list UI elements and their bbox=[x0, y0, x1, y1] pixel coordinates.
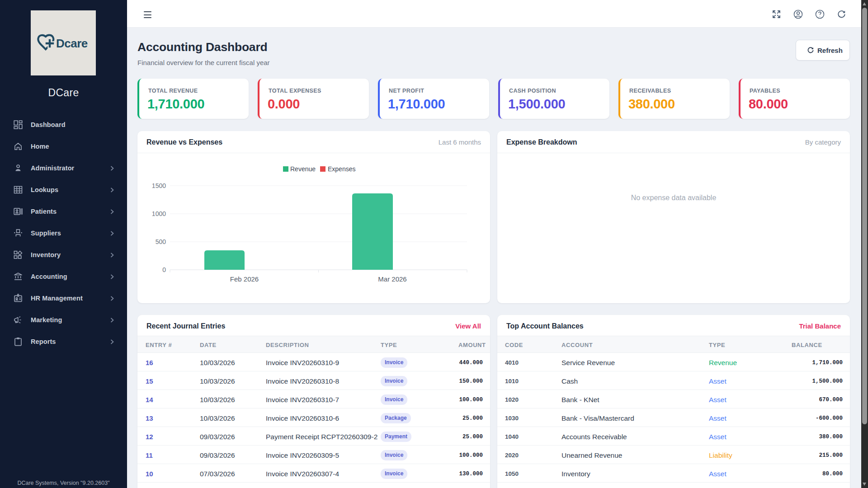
svg-text:Feb 2026: Feb 2026 bbox=[230, 275, 259, 283]
svg-text:1500: 1500 bbox=[152, 182, 166, 189]
svg-text:500: 500 bbox=[156, 238, 166, 245]
svg-text:1000: 1000 bbox=[152, 210, 166, 217]
svg-text:Mar 2026: Mar 2026 bbox=[378, 275, 406, 283]
svg-text:Revenue: Revenue bbox=[290, 165, 316, 173]
svg-text:Expenses: Expenses bbox=[328, 165, 355, 173]
svg-text:0: 0 bbox=[162, 266, 166, 273]
svg-text:Dcare: Dcare bbox=[56, 37, 88, 50]
